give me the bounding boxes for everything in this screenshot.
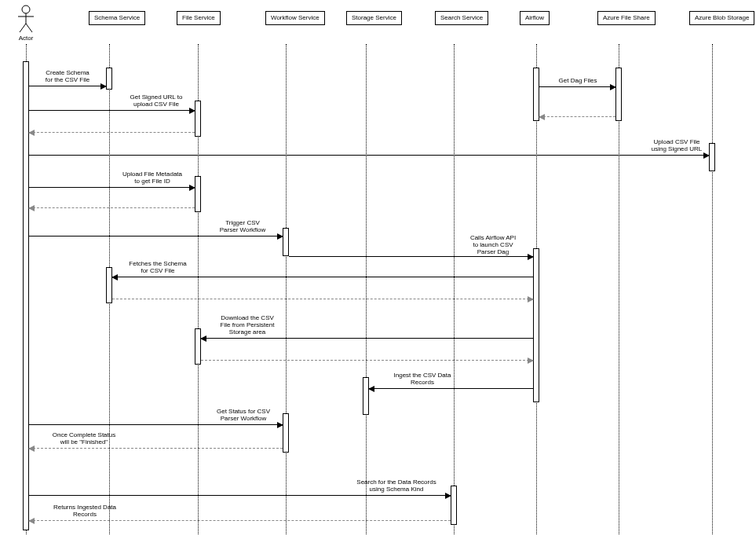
participant-file: File Service — [177, 11, 221, 25]
msg-download-csv-label: Download the CSV File from Persistent St… — [205, 314, 290, 336]
participant-azure-blob-storage: Azure Blob Storage — [689, 11, 754, 25]
msg-upload-blob — [29, 155, 709, 156]
activation-file-1 — [195, 101, 201, 137]
msg-returns-records — [29, 520, 451, 521]
activation-azfile — [615, 68, 622, 121]
msg-status-finished — [29, 448, 283, 449]
lifeline-workflow — [286, 44, 287, 534]
svg-point-0 — [22, 6, 30, 13]
msg-signed-url-label: Get Signed URL to upload CSV File — [118, 94, 195, 108]
sequence-diagram: Actor Schema Service File Service Workfl… — [0, 0, 756, 539]
participant-search: Search Service — [435, 11, 488, 25]
activation-storage — [363, 377, 369, 415]
msg-ingest-label: Ingest the CSV Data Records — [377, 372, 468, 386]
activation-airflow-1 — [533, 68, 539, 121]
msg-upload-meta — [29, 187, 195, 188]
msg-search-records — [29, 495, 451, 496]
lifeline-search — [454, 44, 455, 534]
activation-schema-2 — [106, 267, 112, 303]
lifeline-storage — [366, 44, 367, 534]
participant-workflow: Workflow Service — [265, 11, 325, 25]
msg-ingest — [369, 388, 533, 389]
msg-upload-meta-return — [29, 207, 195, 208]
msg-download-csv — [201, 338, 533, 339]
msg-airflow-api — [289, 256, 533, 257]
msg-create-schema-label: Create Schema for the CSV File — [35, 69, 100, 83]
msg-upload-meta-label: Upload File Metadata to get File ID — [110, 170, 195, 185]
msg-trigger-workflow-label: Trigger CSV Parser Workflow — [206, 219, 279, 233]
msg-returns-records-label: Returns Ingested Data Records — [35, 504, 135, 518]
msg-signed-url-return — [29, 132, 195, 133]
actor-icon — [18, 5, 34, 33]
activation-schema-1 — [106, 68, 112, 90]
msg-get-dag-label: Get Dag Files — [550, 77, 606, 84]
participant-actor-label: Actor — [16, 35, 35, 42]
participant-storage: Storage Service — [346, 11, 402, 25]
msg-airflow-api-label: Calls Airflow API to launch CSV Parser D… — [454, 234, 532, 255]
msg-get-status-label: Get Status for CSV Parser Workflow — [203, 408, 284, 422]
participant-actor: Actor — [16, 5, 35, 42]
participant-schema: Schema Service — [89, 11, 145, 25]
activation-workflow-1 — [283, 228, 289, 256]
msg-fetch-schema-label: Fetches the Schema for CSV File — [116, 260, 199, 274]
msg-fetch-schema-return — [112, 299, 533, 299]
svg-line-4 — [26, 24, 32, 32]
msg-get-dag-return — [539, 116, 615, 117]
msg-download-csv-return — [201, 360, 533, 361]
activation-airflow-2 — [533, 248, 539, 402]
participant-airflow: Airflow — [520, 11, 550, 25]
msg-get-status — [29, 424, 283, 425]
msg-get-dag — [539, 86, 615, 87]
msg-signed-url — [29, 110, 195, 111]
activation-file-3 — [195, 328, 201, 365]
msg-fetch-schema — [112, 277, 533, 277]
msg-trigger-workflow — [29, 236, 283, 236]
msg-create-schema — [29, 86, 106, 86]
svg-line-3 — [20, 24, 26, 32]
msg-status-finished-label: Once Complete Status will be "Finished" — [35, 431, 133, 446]
activation-file-2 — [195, 176, 201, 212]
msg-search-records-label: Search for the Data Records using Schema… — [338, 478, 455, 493]
lifeline-azblob — [712, 44, 713, 534]
msg-upload-blob-label: Upload CSV File using Signed URL — [642, 138, 711, 152]
participant-azure-file-share: Azure File Share — [597, 11, 656, 25]
